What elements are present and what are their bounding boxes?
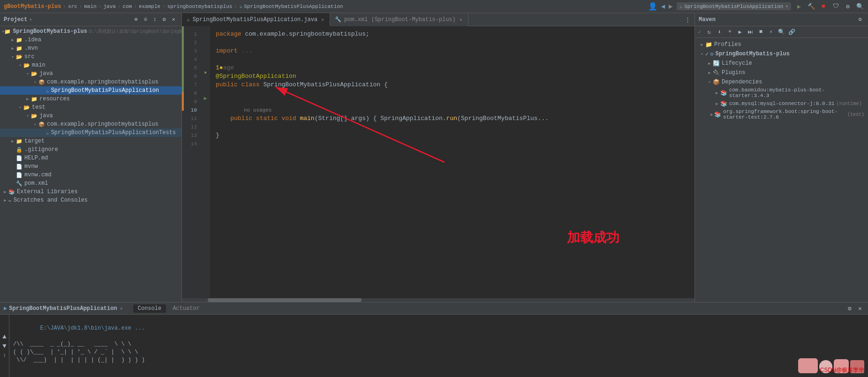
maven-skip-icon[interactable]: ⏭ [746,28,755,36]
maven-item-root[interactable]: ▾ ✓ ⚙ SpringBootMybatis-plus [695,49,868,59]
mvnwcmd-label: mvnw.cmd [24,172,52,178]
code-line-10: no usages [216,106,689,114]
breadcrumb-class[interactable]: ☕ SpringBootMybatisPlusApplication [239,3,343,10]
code-line-1: package com.example.springbootmybatisplu… [216,30,689,38]
tab-app-close[interactable]: ✕ [320,16,325,23]
bottom-settings-icon[interactable]: ⚙ [845,304,854,313]
sidebar-item-java[interactable]: ▾ 📂 java [0,69,181,78]
run-tab-close[interactable]: ✕ [119,305,124,312]
dropdown-icon[interactable]: ▾ [29,17,32,23]
sidebar-item-resources[interactable]: ▶ 📁 resources [0,95,181,103]
maven-item-dependencies[interactable]: ▾ 📦 Dependencies [695,77,868,87]
line-num-10: 10 [182,106,201,114]
sidebar-item-test-pkg[interactable]: ▾ 📦 com.example.springbootmybatisplus [0,120,181,128]
tab-app-java[interactable]: ☕ SpringBootMybatisPlusApplication.java … [182,13,330,26]
bottom-close-icon[interactable]: ✕ [856,304,864,313]
sidebar-item-main[interactable]: ▾ 📂 main [0,61,181,69]
settings-button[interactable]: ⚙ [844,2,852,11]
scroll-down-icon[interactable]: ▼ [0,342,9,350]
maven-item-plugins[interactable]: ▶ 🔌 Plugins [695,68,868,77]
sidebar-item-helpmd[interactable]: 📄 HELP.md [0,154,181,162]
actuator-tab[interactable]: Actuator [168,304,204,313]
sidebar-item-mvn[interactable]: ▶ 📁 .mvn [0,44,181,53]
maven-item-profiles[interactable]: ▶ 📁 Profiles [695,40,868,49]
run-config-selector[interactable]: ☕ SpringBootMybatisPlusApplication ▾ [677,2,791,10]
maven-search-icon[interactable]: 🔍 [777,28,785,36]
console-tab[interactable]: Console [133,304,166,313]
line-num-14: 14 [182,140,201,148]
sidebar-item-idea[interactable]: ▶ 📁 .idea [0,36,181,44]
sidebar-item-test-file[interactable]: ☕ SpringBootMybatisPlusApplicationTests [0,128,181,137]
maven-item-dep1[interactable]: ▶ 📚 com.baomidou:mybatis-plus-boot-start… [695,87,868,99]
sidebar-item-mvnwcmd[interactable]: 📄 mvnw.cmd [0,171,181,179]
maven-stop-icon[interactable]: ■ [756,28,765,36]
arrow-test-pkg: ▾ [32,122,38,127]
scrollbar-thumb[interactable] [208,298,362,302]
project-label: Project [4,16,27,23]
profiles-label: Profiles [714,41,741,48]
sidebar-item-ext-libs[interactable]: ▶ 📚 External Libraries [0,188,181,196]
run-gutter-icon[interactable]: ▶ [204,95,207,101]
maven-item-lifecycle[interactable]: ▶ 🔄 Lifecycle [695,59,868,68]
user-icon[interactable]: 👤 [648,2,657,11]
deps-icon: 📦 [713,79,720,86]
sidebar-item-scratches[interactable]: ▶ ✏️ Scratches and Consoles [0,196,181,204]
breadcrumb-src[interactable]: src [68,4,77,9]
sidebar-item-test-java[interactable]: ▾ 📂 java [0,112,181,120]
sidebar-item-gitignore[interactable]: 🔒 .gitignore [0,145,181,154]
maven-item-dep3[interactable]: ▶ 📚 org.springframework.boot:spring-boot… [695,108,868,121]
sidebar-item-root[interactable]: ▾ 📁 SpringBootMybatis-plus D:\系统默认\桌面\Sp… [0,27,181,36]
sidebar-item-app-file[interactable]: ☕ SpringBootMybatisPlusApplication [0,86,181,95]
sidebar-item-test[interactable]: ▾ 📂 test [0,103,181,112]
recent-files-icon[interactable]: ⋮ [683,15,692,24]
nav-forward-icon[interactable]: ▶ [669,2,672,10]
tab-pom-close[interactable]: ✕ [459,16,463,23]
dep2-scope: (runtime) [836,101,861,106]
locate-file-icon[interactable]: ⊕ [132,15,140,24]
search-button[interactable]: 🔍 [856,2,864,11]
maven-settings-icon[interactable]: ⚙ [856,15,864,24]
tab-pom-xml[interactable]: 🔧 pom.xml (SpringBoot-Mybatis-plus) ✕ [330,13,468,26]
sidebar-item-package[interactable]: ▾ 📦 com.example.springbootmybatisplus [0,78,181,86]
close-sidebar-icon[interactable]: ✕ [169,15,178,24]
maven-root-check: ✓ [705,51,709,58]
collapse-icon[interactable]: ≡ [141,15,150,24]
breadcrumb-com[interactable]: com [122,4,132,9]
maven-refresh-icon[interactable]: ↻ [705,28,713,36]
maven-item-dep2[interactable]: ▶ 📚 com.mysql:mysql-connector-j:8.0.31 (… [695,99,868,108]
sidebar-item-mvnw[interactable]: 📄 mvnw [0,162,181,171]
soft-wrap-icon[interactable]: ↔ [0,351,9,360]
settings-sidebar-icon[interactable]: ⚙ [160,15,168,24]
tab-pom-label: pom.xml (SpringBoot-Mybatis-plus) [344,16,456,23]
gutter-6: ● [201,68,210,77]
sidebar-item-pomxml[interactable]: 🔧 pom.xml [0,179,181,188]
run-config-dropdown-icon[interactable]: ▾ [785,3,788,9]
maven-run-icon[interactable]: ▶ [736,28,744,36]
build-button[interactable]: 🔨 [807,2,815,11]
mvnw-label: mvnw [24,163,38,170]
scroll-up-icon[interactable]: ▲ [0,332,9,341]
top-bar: gBootMybatis-plus › src › main › java › … [0,0,868,13]
maven-thread-icon[interactable]: ⚡ [767,28,775,36]
breadcrumb-example[interactable]: example [139,4,160,9]
code-content[interactable]: package com.example.springbootmybatisplu… [210,26,694,298]
code-line-7: public class SpringBootMybatisPlusApplic… [216,81,689,89]
coverage-button[interactable]: 🛡 [831,2,840,11]
maven-verify-icon[interactable]: ✓ [698,29,701,36]
nav-back-icon[interactable]: ◀ [661,2,665,10]
sidebar-item-src[interactable]: ▾ 📂 src [0,53,181,61]
breadcrumb-pkg[interactable]: springbootmybatisplus [167,4,233,9]
sidebar-header: Project ▾ ⊕ ≡ ↕ ⚙ ✕ [0,13,181,26]
breadcrumb-java[interactable]: java [103,4,115,9]
maven-link-icon[interactable]: 🔗 [787,28,796,36]
breadcrumb-main[interactable]: main [84,4,96,9]
editor-scrollbar[interactable] [182,298,694,302]
stop-button[interactable]: ■ [819,2,828,11]
code-editor: 1 2 3 4 5 6 7 8 9 10 11 12 13 14 [182,26,694,298]
sort-icon[interactable]: ↕ [151,15,159,24]
breadcrumb-project[interactable]: gBootMybatis-plus [4,3,61,10]
maven-add-icon[interactable]: + [725,28,734,36]
run-button[interactable]: ▶ [795,2,803,11]
maven-download-icon[interactable]: ⬇ [715,28,724,36]
sidebar-item-target[interactable]: ▶ 📁 target [0,137,181,145]
